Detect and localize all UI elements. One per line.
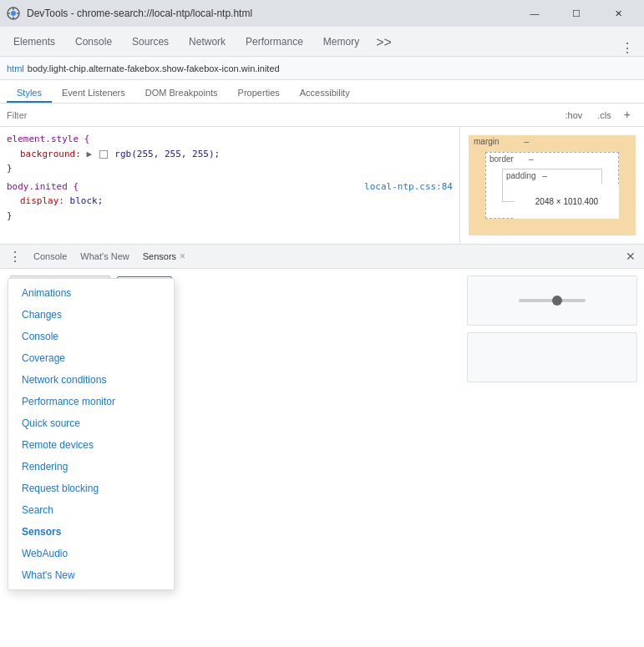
menu-item-coverage[interactable]: Coverage: [8, 347, 174, 369]
menu-item-console[interactable]: Console: [8, 326, 174, 347]
cls-button[interactable]: .cls: [591, 108, 617, 123]
bottom-tabbar: ⋮ Console What's New Sensors × ✕: [0, 245, 644, 269]
css-property-display: display:: [20, 195, 64, 206]
top-section: element.style { background: ▶ rgb(255, 2…: [0, 127, 644, 244]
css-value-display: block;: [70, 195, 104, 206]
filter-bar: :hov .cls +: [0, 104, 644, 127]
css-rule-body-inited: body.inited { local-ntp.css:84 display: …: [7, 179, 453, 224]
main-tabbar: Elements Console Sources Network Perform…: [0, 27, 644, 57]
style-tab-styles[interactable]: Styles: [7, 84, 52, 103]
bottom-tab-whats-new[interactable]: What's New: [74, 245, 135, 268]
bottom-tab-sensors[interactable]: Sensors ×: [136, 245, 192, 268]
bm-size: 2048 × 1010.400: [535, 197, 598, 206]
maximize-button[interactable]: ☐: [557, 0, 596, 27]
tab-elements[interactable]: Elements: [3, 29, 65, 56]
titlebar: DevTools - chrome-search://local-ntp/loc…: [0, 0, 644, 27]
devtools-menu-button[interactable]: ⋮: [614, 40, 641, 56]
sensor-gamma-box: [467, 332, 637, 382]
css-bg-arrow: ▶: [86, 149, 92, 159]
dropdown-menu: Animations Changes Console Coverage Netw…: [8, 278, 175, 590]
sensors-right: [460, 269, 644, 439]
menu-item-search[interactable]: Search: [8, 499, 174, 521]
bm-margin-label: margin: [474, 137, 499, 146]
tab-performance[interactable]: Performance: [236, 29, 313, 56]
tab-more-button[interactable]: >>: [369, 29, 398, 56]
hov-button[interactable]: :hov: [560, 108, 589, 123]
menu-item-changes[interactable]: Changes: [8, 304, 174, 326]
bm-padding-dash: –: [543, 171, 548, 180]
bottom-tab-console[interactable]: Console: [27, 245, 74, 268]
bottom-tab-menu-button[interactable]: ⋮: [3, 245, 27, 268]
css-rule-element-style: element.style { background: ▶ rgb(255, 2…: [7, 132, 453, 176]
tab-console[interactable]: Console: [65, 29, 122, 56]
close-button[interactable]: ✕: [599, 0, 637, 27]
breadcrumb-html[interactable]: html: [7, 63, 24, 73]
style-tab-accessibility[interactable]: Accessibility: [290, 84, 360, 103]
menu-item-remote-devices[interactable]: Remote devices: [8, 434, 174, 456]
bm-inner: 2048 × 1010.400: [515, 184, 619, 219]
menu-item-performance-monitor[interactable]: Performance monitor: [8, 391, 174, 412]
bm-padding-label: padding: [506, 171, 536, 180]
css-close-brace-1: }: [7, 163, 13, 174]
box-model: margin – border – padding – 2048 × 1010.…: [469, 135, 636, 235]
style-tab-dom-breakpoints[interactable]: DOM Breakpoints: [135, 84, 228, 103]
breadcrumb-path: body.light-chip.alternate-fakebox.show-f…: [28, 63, 280, 73]
css-selector: element.style {: [7, 134, 89, 144]
style-tab-properties[interactable]: Properties: [228, 84, 290, 103]
devtools-icon: [7, 7, 20, 20]
css-property-background: background:: [20, 149, 81, 159]
css-bg-swatch[interactable]: [99, 150, 108, 159]
tab-network[interactable]: Network: [179, 29, 236, 56]
bm-border-label: border: [489, 154, 514, 164]
sensor-orientation-box: [467, 275, 637, 326]
svg-point-1: [11, 11, 16, 16]
breadcrumb: html body.light-chip.alternate-fakebox.s…: [0, 57, 644, 80]
menu-item-animations[interactable]: Animations: [8, 282, 174, 304]
titlebar-controls: — ☐ ✕: [515, 0, 637, 27]
filter-input[interactable]: [0, 104, 556, 126]
menu-item-request-blocking[interactable]: Request blocking: [8, 478, 174, 499]
css-close-brace-2: }: [7, 210, 13, 221]
css-source-link[interactable]: local-ntp.css:84: [364, 179, 453, 195]
menu-item-network-conditions[interactable]: Network conditions: [8, 369, 174, 391]
box-model-panel: margin – border – padding – 2048 × 1010.…: [460, 127, 644, 244]
bm-border-dash: –: [529, 154, 534, 164]
titlebar-title: DevTools - chrome-search://local-ntp/loc…: [27, 8, 509, 19]
sensors-tab-close[interactable]: ×: [180, 250, 185, 262]
tab-sources[interactable]: Sources: [122, 29, 179, 56]
menu-item-rendering[interactable]: Rendering: [8, 456, 174, 478]
style-tab-event-listeners[interactable]: Event Listeners: [52, 84, 135, 103]
tab-memory[interactable]: Memory: [313, 29, 369, 56]
add-style-button[interactable]: +: [621, 108, 634, 123]
style-tabs: Styles Event Listeners DOM Breakpoints P…: [0, 80, 644, 104]
css-selector-body: body.inited {: [7, 181, 79, 192]
menu-item-quick-source[interactable]: Quick source: [8, 412, 174, 434]
minimize-button[interactable]: —: [515, 0, 554, 27]
orientation-slider[interactable]: [519, 299, 586, 302]
filter-actions: :hov .cls +: [556, 108, 637, 123]
bm-margin-dash: –: [525, 137, 530, 146]
bottom-panel-close-button[interactable]: ✕: [621, 246, 641, 266]
menu-item-sensors[interactable]: Sensors: [8, 521, 174, 543]
menu-item-whats-new[interactable]: What's New: [8, 564, 174, 586]
menu-item-webaudio[interactable]: WebAudio: [8, 543, 174, 564]
css-value-background: rgb(255, 255, 255);: [114, 149, 220, 159]
css-panel: element.style { background: ▶ rgb(255, 2…: [0, 127, 460, 244]
